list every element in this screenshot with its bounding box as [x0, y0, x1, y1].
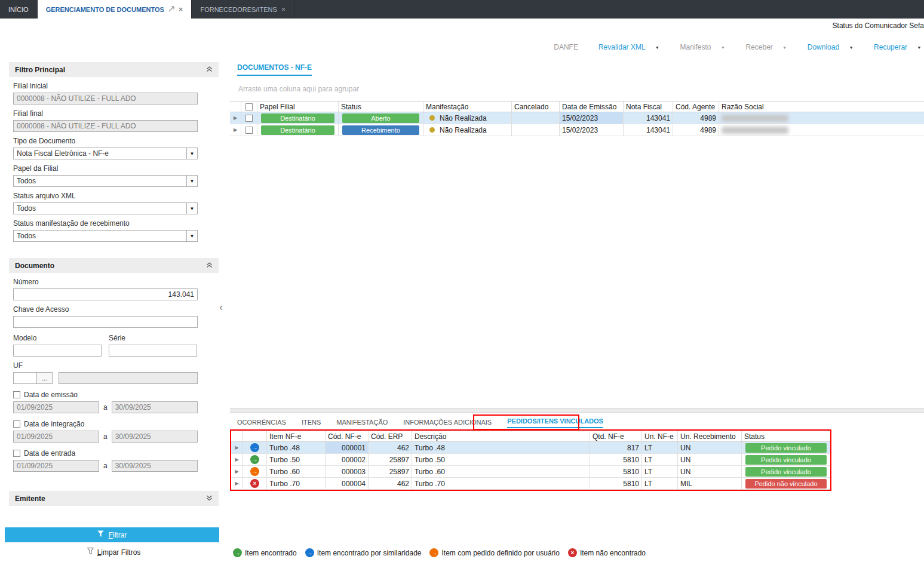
tipo-documento-select[interactable]: ▼ [13, 148, 198, 159]
document-row[interactable]: ▶ Destinatário Aberto Não Realizada 15/0… [230, 112, 924, 124]
column-header-cod-erp[interactable]: Cód. ERP [369, 431, 412, 441]
chevron-down-icon[interactable]: ▼ [186, 176, 197, 186]
limpar-filtros-button[interactable]: Limpar Filtros [9, 548, 219, 557]
tab-pedidos-itens-vinculados[interactable]: PEDIDOS/ITENS VINCULADOS [507, 417, 603, 428]
column-header-nota-fiscal[interactable]: Nota Fiscal [624, 102, 673, 112]
tab-fornecedores-itens[interactable]: FORNECEDORES/ITENS × [192, 0, 294, 19]
modelo-input[interactable] [13, 345, 102, 357]
uf-description-input[interactable] [59, 372, 198, 384]
chevron-down-icon[interactable]: ▼ [186, 203, 197, 214]
status-manifestacao-value[interactable] [13, 230, 198, 242]
column-header-data-emissao[interactable]: Data de Emissão [560, 102, 624, 112]
papel-filial-select[interactable]: ▼ [13, 175, 198, 187]
column-header-cod-agente[interactable]: Cód. Agente [673, 102, 719, 112]
column-header-un-recebimento[interactable]: Un. Recebimento [678, 431, 742, 441]
status-manifestacao-select[interactable]: ▼ [13, 230, 198, 242]
chevron-down-icon[interactable]: ▼ [782, 45, 787, 49]
column-header-descricao[interactable]: Descrição [412, 431, 590, 441]
uf-lookup-button[interactable]: ... [37, 372, 53, 384]
close-icon[interactable]: × [281, 5, 286, 13]
data-integracao-to-input[interactable] [112, 431, 198, 443]
row-expand-icon[interactable]: ▶ [235, 457, 238, 462]
row-checkbox[interactable] [245, 115, 253, 122]
tab-manifestacao[interactable]: MANIFESTAÇÃO [336, 419, 388, 428]
column-header-cancelado[interactable]: Cancelado [512, 102, 560, 112]
chevron-down-icon[interactable]: ▼ [186, 148, 197, 159]
data-emissao-from-input[interactable] [13, 401, 99, 413]
tipo-documento-value[interactable] [13, 148, 198, 159]
row-expand-icon[interactable]: ▶ [234, 127, 237, 133]
column-header-un-nfe[interactable]: Un. NF-e [642, 431, 678, 441]
linked-item-row[interactable]: ▶ → Turbo .50 000002 25897 Turbo .50 581… [231, 454, 830, 466]
column-header-item-nfe[interactable]: Item NF-e [267, 431, 326, 441]
serie-input[interactable] [109, 345, 197, 357]
column-header-papel-filial[interactable]: Papel Filial [257, 102, 339, 112]
manifesto-button[interactable]: Manifesto ▼ [680, 43, 726, 51]
filial-final-input[interactable] [13, 120, 198, 132]
papel-filial-badge: Destinatário [261, 125, 334, 135]
chave-acesso-input[interactable] [13, 316, 198, 328]
recuperar-button[interactable]: Recuperar ▼ [874, 43, 922, 51]
tab-documentos-nfe[interactable]: DOCUMENTOS - NF-E [237, 63, 312, 76]
column-header-status[interactable]: Status [339, 102, 423, 112]
linked-item-row[interactable]: ▶ × Turbo .70 000004 462 Turbo .70 5810 … [231, 478, 830, 490]
chevron-down-icon[interactable]: ▼ [849, 45, 854, 49]
papel-filial-value[interactable] [13, 175, 198, 187]
download-button[interactable]: Download ▼ [808, 43, 854, 51]
expand-column-header [231, 431, 243, 441]
tab-itens[interactable]: ITENS [302, 419, 321, 428]
chevron-down-icon[interactable]: ▼ [721, 45, 726, 49]
data-emissao-checkbox[interactable] [13, 391, 20, 398]
row-expand-icon[interactable]: ▶ [235, 469, 238, 474]
column-header-status[interactable]: Status [742, 431, 830, 441]
collapse-up-icon[interactable] [206, 66, 213, 74]
receber-button[interactable]: Receber ▼ [745, 43, 787, 51]
filtrar-button[interactable]: Filtrar [5, 527, 219, 542]
chevron-down-icon[interactable]: ▼ [655, 45, 660, 49]
detach-icon[interactable] [168, 6, 174, 13]
tab-inicio[interactable]: INÍCIO [0, 0, 38, 19]
row-checkbox[interactable] [245, 127, 253, 134]
data-emissao-to-input[interactable] [112, 401, 198, 413]
linked-item-row[interactable]: ▶ → Turbo .60 000003 25897 Turbo .60 581… [231, 466, 830, 478]
filtro-principal-header[interactable]: Filtro Principal [9, 62, 219, 77]
tab-gerenciamento-de-documentos[interactable]: GERENCIAMENTO DE DOCUMENTOS × [38, 0, 192, 19]
emitente-header[interactable]: Emitente [9, 491, 219, 506]
cod-nfe-cell: 000001 [326, 442, 369, 453]
column-header-qtd-nfe[interactable]: Qtd. NF-e [590, 431, 642, 441]
row-expand-icon[interactable]: ▶ [234, 115, 237, 121]
field-label: Status arquivo XML [13, 192, 198, 200]
revalidar-xml-button[interactable]: Revalidar XML ▼ [598, 43, 660, 51]
numero-input[interactable] [13, 288, 198, 300]
documento-header[interactable]: Documento [9, 258, 219, 273]
collapse-up-icon[interactable] [206, 262, 213, 270]
chevron-down-icon[interactable]: ▼ [186, 231, 197, 241]
data-entrada-to-input[interactable] [112, 460, 198, 472]
uf-input[interactable] [13, 372, 37, 384]
chevron-down-icon[interactable]: ▼ [917, 45, 922, 49]
pedido-status-badge: Pedido vinculado [745, 443, 827, 453]
filial-inicial-input[interactable] [13, 93, 198, 105]
data-entrada-checkbox[interactable] [13, 450, 20, 457]
document-row[interactable]: ▶ Destinatário Recebimento Não Realizada… [230, 124, 924, 136]
sidebar-collapse-icon[interactable]: ‹ [219, 301, 223, 312]
column-header-razao-social[interactable]: Razão Social [719, 102, 924, 112]
tab-informacoes-adicionais[interactable]: INFORMAÇÕES ADICIONAIS [403, 419, 492, 428]
select-all-checkbox[interactable] [245, 103, 253, 110]
row-expand-icon[interactable]: ▶ [235, 481, 238, 486]
column-header-cod-nfe[interactable]: Cód. NF-e [326, 431, 369, 441]
danfe-button[interactable]: DANFE [554, 43, 578, 51]
data-integracao-from-input[interactable] [13, 431, 99, 443]
data-integracao-checkbox[interactable] [13, 420, 20, 428]
expand-down-icon[interactable] [206, 495, 213, 503]
status-xml-select[interactable]: ▼ [13, 202, 198, 214]
tab-ocorrencias[interactable]: OCORRÊNCIAS [237, 419, 286, 428]
linked-item-row[interactable]: ▶ → Turbo .48 000001 462 Turbo .48 817 L… [231, 442, 830, 454]
close-icon[interactable]: × [179, 5, 183, 13]
horizontal-splitter[interactable] [230, 408, 924, 413]
descricao-cell: Turbo .50 [412, 454, 590, 465]
row-expand-icon[interactable]: ▶ [235, 445, 238, 450]
status-xml-value[interactable] [13, 202, 198, 214]
data-entrada-from-input[interactable] [13, 460, 99, 472]
column-header-manifestacao[interactable]: Manifestação [423, 102, 512, 112]
